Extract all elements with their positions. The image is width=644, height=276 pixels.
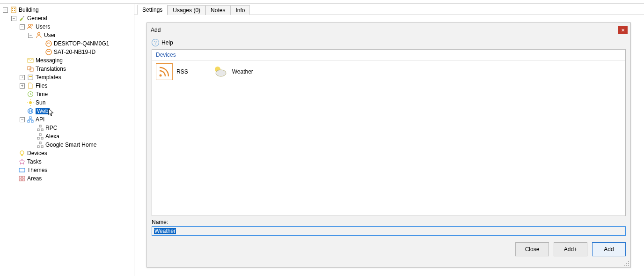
device-item-rss[interactable]: RSS — [156, 63, 188, 80]
tab-usages[interactable]: Usages (0) — [168, 5, 205, 15]
tree-node-alexa[interactable]: Alexa — [1, 132, 133, 141]
close-icon: ✕ — [621, 28, 625, 33]
svg-rect-14 — [29, 76, 32, 77]
tree-node-files[interactable]: + Files — [1, 82, 133, 90]
svg-point-49 — [624, 265, 625, 266]
expander-plus-icon[interactable]: + — [20, 83, 25, 89]
tree-label-time: Time — [36, 91, 48, 97]
tree-node-devices[interactable]: Devices — [1, 149, 133, 157]
tree-node-user[interactable]: − User — [1, 31, 133, 39]
svg-rect-35 — [41, 146, 43, 148]
tree-node-tasks[interactable]: Tasks — [1, 157, 133, 166]
svg-rect-3 — [12, 10, 13, 11]
weather-icon — [212, 63, 228, 80]
name-input-value: Weather — [154, 228, 176, 234]
svg-rect-37 — [22, 155, 23, 156]
svg-point-8 — [46, 41, 51, 46]
tree-node-desktop[interactable]: DESKTOP-Q4NM0G1 — [1, 39, 133, 48]
google-home-icon — [37, 141, 44, 149]
tree-node-translations[interactable]: Translations — [1, 65, 133, 73]
svg-rect-40 — [22, 176, 25, 178]
tree-label-sat: SAT-20-NB19-ID — [54, 49, 95, 55]
tree-label-themes: Themes — [27, 167, 47, 173]
expander-minus-icon[interactable]: − — [11, 16, 16, 21]
devices-groupbox: Devices RSS Weather — [152, 49, 626, 216]
svg-point-6 — [31, 24, 33, 26]
expander-minus-icon[interactable]: − — [20, 24, 25, 30]
svg-point-46 — [628, 261, 629, 262]
tree-label-files: Files — [36, 82, 47, 89]
tab-settings[interactable]: Settings — [137, 5, 168, 15]
svg-rect-24 — [29, 117, 31, 119]
clock-icon — [27, 90, 34, 98]
close-button[interactable]: Close — [515, 242, 549, 256]
toolbar-fragment — [0, 0, 644, 4]
svg-rect-30 — [39, 134, 41, 135]
device-item-weather[interactable]: Weather — [212, 63, 253, 80]
tree-label-rpc: RPC — [45, 125, 57, 131]
tree-node-rpc[interactable]: RPC — [1, 124, 133, 132]
help-link[interactable]: ? Help — [147, 37, 630, 49]
add-button[interactable]: Add — [592, 242, 626, 256]
tree-node-building[interactable]: − Building — [1, 6, 133, 14]
building-icon — [10, 6, 17, 14]
svg-point-45 — [216, 70, 226, 76]
tree-node-general[interactable]: − General — [1, 14, 133, 22]
translate-icon — [27, 65, 34, 73]
tree-node-sat[interactable]: SAT-20-NB19-ID — [1, 48, 133, 56]
tree-label-alexa: Alexa — [45, 133, 59, 140]
bulb-icon — [18, 149, 26, 157]
tree-label-translations: Translations — [36, 66, 66, 72]
svg-rect-33 — [39, 142, 41, 144]
tree-label-devices: Devices — [27, 150, 47, 157]
name-input[interactable]: Weather — [152, 226, 626, 236]
svg-rect-41 — [19, 179, 22, 181]
svg-rect-31 — [37, 137, 39, 139]
tree-node-time[interactable]: Time — [1, 90, 133, 98]
svg-point-47 — [626, 263, 627, 264]
tree-label-api: API — [36, 116, 44, 123]
expander-plus-icon[interactable]: + — [20, 75, 25, 80]
dialog-close-button[interactable]: ✕ — [618, 26, 628, 34]
alexa-icon — [37, 133, 44, 140]
svg-rect-32 — [41, 137, 43, 139]
rss-icon — [156, 63, 173, 80]
svg-rect-4 — [14, 10, 15, 11]
tree-node-areas[interactable]: Areas — [1, 174, 133, 183]
tab-notes[interactable]: Notes — [205, 5, 230, 15]
nav-tree[interactable]: − Building − General − Users − — [0, 4, 134, 276]
svg-rect-2 — [14, 8, 15, 9]
tree-label-templates: Templates — [36, 74, 61, 81]
tree-label-areas: Areas — [27, 175, 42, 182]
help-icon: ? — [152, 39, 159, 46]
tree-label-web: Web — [36, 108, 50, 114]
svg-point-5 — [29, 24, 31, 27]
tree-node-users[interactable]: − Users — [1, 22, 133, 31]
expander-minus-icon[interactable]: − — [28, 33, 33, 38]
file-icon — [27, 82, 34, 90]
add-plus-button[interactable]: Add+ — [554, 242, 587, 256]
tree-node-gsh[interactable]: Google Smart Home — [1, 141, 133, 149]
expander-minus-icon[interactable]: − — [3, 7, 8, 13]
tasks-icon — [18, 158, 26, 165]
expander-minus-icon[interactable]: − — [20, 117, 25, 122]
tree-node-sun[interactable]: Sun — [1, 98, 133, 107]
tree-node-web[interactable]: Web — [1, 107, 133, 115]
device-label-weather: Weather — [232, 68, 253, 75]
dialog-titlebar: Add ✕ — [147, 23, 630, 37]
tree-label-sun: Sun — [36, 99, 45, 106]
tree-node-api[interactable]: − API — [1, 115, 133, 124]
resize-grip-icon[interactable] — [624, 261, 629, 266]
tab-info[interactable]: Info — [230, 5, 250, 15]
tree-node-messaging[interactable]: Messaging — [1, 56, 133, 65]
svg-rect-13 — [28, 75, 33, 80]
tree-label-messaging: Messaging — [36, 57, 63, 64]
svg-rect-28 — [37, 129, 39, 131]
svg-point-51 — [628, 265, 629, 266]
tools-icon — [18, 15, 26, 22]
tree-node-themes[interactable]: Themes — [1, 166, 133, 174]
svg-point-43 — [160, 75, 162, 77]
svg-point-7 — [38, 33, 40, 35]
tree-label-general: General — [27, 15, 47, 22]
tree-node-templates[interactable]: + Templates — [1, 73, 133, 82]
